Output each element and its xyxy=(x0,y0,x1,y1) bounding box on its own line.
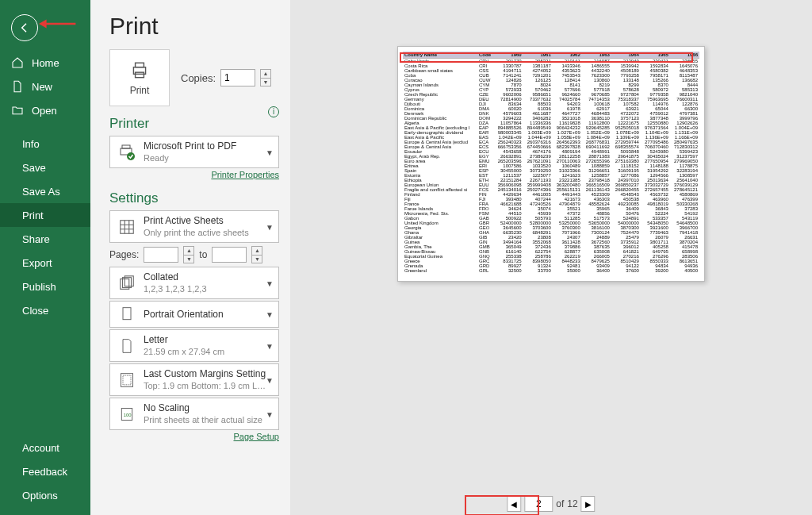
info-icon[interactable]: i xyxy=(268,106,279,117)
printer-heading: Printer xyxy=(109,116,279,132)
nav-close-label: Close xyxy=(22,305,48,317)
print-preview-page: Country NameCode196019611962196319641965… xyxy=(397,46,705,282)
svg-rect-1 xyxy=(136,63,144,67)
nav-publish-label: Publish xyxy=(22,281,56,293)
scaling-dropdown[interactable]: 100 No ScalingPrint sheets at their actu… xyxy=(109,398,279,430)
preview-row: GreenlandGRL3250033700350003640037600392… xyxy=(403,268,699,273)
scaling-sub: Print sheets at their actual size xyxy=(144,414,262,425)
spinner-down-icon[interactable]: ▼ xyxy=(261,79,270,86)
printer-properties-link[interactable]: Printer Properties xyxy=(109,170,279,179)
current-page-input[interactable] xyxy=(524,496,553,512)
paper-sub: 21.59 cm x 27.94 cm xyxy=(144,346,224,357)
svg-point-5 xyxy=(127,152,135,160)
spinner-up-icon[interactable]: ▲ xyxy=(261,70,270,79)
settings-heading: Settings xyxy=(109,190,279,206)
print-button[interactable]: Print xyxy=(109,49,170,106)
nav-close[interactable]: Close xyxy=(0,298,90,322)
collated-title: Collated xyxy=(144,271,207,282)
margins-sub: Top: 1.9 cm Bottom: 1.9 cm L… xyxy=(144,380,266,391)
nav-print-label: Print xyxy=(22,209,44,221)
nav-new[interactable]: New xyxy=(0,75,90,98)
printer-name: Microsoft Print to PDF xyxy=(144,140,236,152)
collated-sub: 1,2,3 1,2,3 1,2,3 xyxy=(144,283,207,294)
chevron-down-icon: ▼ xyxy=(266,148,274,156)
file-icon xyxy=(11,80,24,93)
print-button-label: Print xyxy=(130,85,150,96)
what-to-print-dropdown[interactable]: Print Active SheetsOnly print the active… xyxy=(109,210,279,243)
chevron-down-icon: ▼ xyxy=(266,341,274,350)
active-sheets-title: Print Active Sheets xyxy=(144,215,249,226)
svg-rect-6 xyxy=(121,220,134,233)
nav-account-label: Account xyxy=(22,442,59,454)
svg-rect-12 xyxy=(123,375,131,385)
nav-info[interactable]: Info xyxy=(0,132,90,156)
active-sheets-sub: Only print the active sheets xyxy=(144,227,249,238)
nav-options-label: Options xyxy=(22,490,58,502)
nav-open-label: Open xyxy=(32,105,57,117)
chevron-down-icon: ▼ xyxy=(266,222,274,231)
printer-icon xyxy=(128,60,151,81)
pages-from-input[interactable] xyxy=(144,247,178,263)
svg-rect-4 xyxy=(122,145,130,148)
nav-save-as[interactable]: Save As xyxy=(0,179,90,203)
page-setup-link[interactable]: Page Setup xyxy=(109,432,279,441)
back-button[interactable] xyxy=(11,14,38,41)
pages-to-input[interactable] xyxy=(212,247,247,263)
nav-export[interactable]: Export xyxy=(0,251,90,275)
prev-page-button[interactable]: ◀ xyxy=(507,496,521,512)
pager-total: 12 xyxy=(567,498,577,509)
chevron-down-icon: ▼ xyxy=(266,279,274,287)
folder-open-icon xyxy=(11,104,24,117)
svg-rect-2 xyxy=(136,72,144,78)
collation-dropdown[interactable]: Collated1,2,3 1,2,3 1,2,3 ▼ xyxy=(109,267,279,299)
nav-feedback[interactable]: Feedback xyxy=(0,459,90,483)
nav-save-as-label: Save As xyxy=(22,186,60,198)
orientation-title: Portrait Orientation xyxy=(144,309,224,320)
orientation-dropdown[interactable]: Portrait Orientation ▼ xyxy=(109,301,279,328)
nav-home-label: Home xyxy=(32,57,59,69)
svg-rect-10 xyxy=(123,308,131,320)
scaling-title: No Scaling xyxy=(144,402,262,413)
copies-input[interactable] xyxy=(220,69,255,86)
nav-home[interactable]: Home xyxy=(0,51,90,75)
sheets-icon xyxy=(117,218,137,236)
portrait-icon xyxy=(117,306,137,323)
margins-title: Last Custom Margins Setting xyxy=(144,368,266,379)
paper-icon xyxy=(117,337,137,355)
chevron-down-icon: ▼ xyxy=(266,375,274,384)
home-icon xyxy=(11,56,24,69)
page-title: Print xyxy=(109,13,279,40)
pages-label: Pages: xyxy=(109,249,139,260)
nav-print[interactable]: Print xyxy=(0,203,90,227)
pager-of-label: of xyxy=(556,498,564,509)
nav-save-label: Save xyxy=(22,162,46,174)
nav-account[interactable]: Account xyxy=(0,436,90,459)
nav-open[interactable]: Open xyxy=(0,98,90,122)
nav-export-label: Export xyxy=(22,257,52,269)
collated-icon xyxy=(117,275,137,292)
printer-status: Ready xyxy=(144,152,236,163)
margins-dropdown[interactable]: Last Custom Margins SettingTop: 1.9 cm B… xyxy=(109,363,279,396)
next-page-button[interactable]: ▶ xyxy=(581,496,596,512)
svg-text:100: 100 xyxy=(124,412,132,417)
nav-info-label: Info xyxy=(22,138,40,150)
nav-options[interactable]: Options xyxy=(0,483,90,507)
paper-title: Letter xyxy=(144,334,224,345)
margins-icon xyxy=(117,371,137,389)
nav-new-label: New xyxy=(32,81,52,93)
pages-to-spinner[interactable]: ▲▼ xyxy=(251,246,262,263)
nav-save[interactable]: Save xyxy=(0,156,90,179)
nav-feedback-label: Feedback xyxy=(22,466,67,478)
nav-share[interactable]: Share xyxy=(0,227,90,251)
copies-label: Copies: xyxy=(181,72,216,84)
chevron-down-icon: ▼ xyxy=(266,409,274,418)
scaling-icon: 100 xyxy=(117,405,137,423)
nav-publish[interactable]: Publish xyxy=(0,275,90,298)
printer-dropdown[interactable]: Microsoft Print to PDF Ready ▼ xyxy=(109,136,279,168)
pages-from-spinner[interactable]: ▲▼ xyxy=(183,246,194,263)
paper-size-dropdown[interactable]: Letter21.59 cm x 27.94 cm ▼ xyxy=(109,329,279,362)
pages-to-label: to xyxy=(199,249,207,260)
copies-spinner[interactable]: ▲▼ xyxy=(260,69,271,86)
chevron-down-icon: ▼ xyxy=(266,310,274,319)
nav-share-label: Share xyxy=(22,233,50,245)
